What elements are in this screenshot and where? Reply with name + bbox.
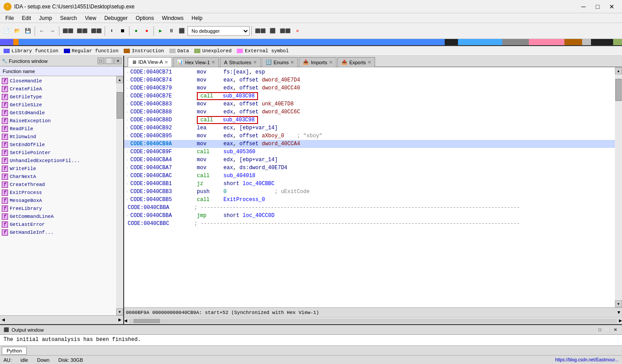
list-item[interactable]: fWriteFile [0,165,116,173]
code-line[interactable]: · CODE:0040CB92 lea ecx, [ebp+var_14] [124,124,615,132]
code-line[interactable]: · CODE:0040CBB3 push 0 ; uExitCode [124,188,615,196]
code-line[interactable]: · CODE:0040CBA7 mov eax, ds:dword_40E7D4 [124,164,615,172]
code-line[interactable]: · CODE:0040CB95 mov edx, offset aXboy_0 … [124,132,615,140]
menu-jump[interactable]: Jump [35,14,55,22]
output-restore[interactable]: □ [597,327,602,333]
list-item[interactable]: fGetLastError [0,221,116,228]
hscroll-left[interactable]: ◄ [124,318,127,324]
output-tab-python[interactable]: Python [2,347,27,355]
toolbar-new[interactable]: 📄 [2,25,12,37]
code-line[interactable]: · CODE:0040CBBA jmp short loc_40CC0D [124,212,615,220]
ida-scroll-thumb[interactable] [615,79,622,101]
code-line[interactable]: · CODE:0040CB9A mov eax, offset dword_40… [124,140,615,148]
toolbar-btn5[interactable]: ⬛⬛ [90,25,103,37]
toolbar-btn7[interactable]: ⬛⬛ [254,25,267,37]
toolbar-btn8[interactable]: ⬛ [268,25,278,37]
toolbar-fwd[interactable]: → [47,25,57,37]
toolbar-btn3[interactable]: ⬛⬛ [61,25,74,37]
code-line[interactable]: · CODE:0040CB71 mov fs:[eax], esp [124,68,615,76]
functions-scroll-right[interactable]: ► [118,317,121,323]
list-item[interactable]: fReadFile [0,125,116,133]
functions-scroll-track[interactable] [116,83,123,308]
code-line[interactable]: · CODE:0040CB7E call sub_403C98 [124,92,615,100]
toolbar-pause[interactable]: ⏸ [166,25,176,37]
functions-scroll-thumb[interactable] [117,92,123,119]
code-line[interactable]: · CODE:0040CB74 mov eax, offset dword_40… [124,76,615,84]
code-line[interactable]: · CODE:0040CB88 mov edx, offset dword_40… [124,108,615,116]
functions-scroll-down[interactable]: ▼ [116,308,123,315]
hscroll-track[interactable] [129,319,617,323]
code-line[interactable]: · CODE:0040CBB5 call ExitProcess_0 [124,196,615,204]
functions-scroll-up[interactable]: ▲ [116,76,123,83]
tab-ida-close[interactable]: ✕ [164,60,168,65]
menu-search[interactable]: Search [56,14,80,22]
code-line[interactable]: · CODE:0040CB83 mov eax, offset unk_40E7… [124,100,615,108]
list-item[interactable]: fGetHandleInf... [0,228,116,236]
list-item[interactable]: fGetFileSize [0,101,116,109]
code-line[interactable]: · CODE:0040CBAC call sub_404018 [124,172,615,180]
ida-scroll-track[interactable] [615,74,622,300]
list-item[interactable]: fCharNextA [0,173,116,181]
hscroll-thumb[interactable] [133,319,160,323]
list-item[interactable]: fSetEndOfFile [0,141,116,149]
list-item[interactable]: fCreateThread [0,181,116,189]
ida-status-arrow[interactable]: ▼ [617,310,620,315]
menu-file[interactable]: File [2,14,17,22]
functions-vscroll[interactable]: ▲ ▼ [116,76,123,315]
menu-debugger[interactable]: Debugger [101,14,131,22]
functions-scroll-left[interactable]: ◄ [2,317,5,323]
tab-structures[interactable]: A Structures ✕ [220,57,260,67]
list-item[interactable]: fRaiseException [0,117,116,125]
list-item[interactable]: fCreateFileA [0,85,116,93]
output-maximize[interactable]: ⬜ [603,327,611,333]
tab-ida-view[interactable]: 🖥 IDA View-A ✕ [128,57,172,67]
ida-scroll-up[interactable]: ▲ [615,67,622,74]
list-item[interactable]: fFreeLibrary [0,205,116,213]
functions-maximize[interactable]: ⬜ [105,58,113,64]
hscroll-right[interactable]: ► [619,318,622,324]
menu-options[interactable]: Options [132,14,157,22]
toolbar-save[interactable]: 💾 [23,25,33,37]
list-item[interactable]: fSetFilePointer [0,149,116,157]
list-item[interactable]: fGetCommandLineA [0,213,116,221]
close-button[interactable]: ✕ [605,2,618,11]
tab-enums[interactable]: 🔢 Enums ✕ [262,57,298,67]
list-item[interactable]: fMessageBoxA [0,197,116,205]
output-close[interactable]: ✕ [612,327,618,333]
functions-restore[interactable]: □ [98,58,104,64]
toolbar-btn4[interactable]: ⬛⬛ [75,25,89,37]
list-item[interactable]: fExitProcess [0,189,116,197]
tab-exports[interactable]: 📤 Exports ✕ [337,57,375,67]
toolbar-open[interactable]: 📂 [12,25,22,37]
toolbar-stop[interactable]: ⬛ [177,25,187,37]
code-line[interactable]: CODE:0040CBBC ; ------------------------… [124,220,615,228]
menu-view[interactable]: View [81,14,100,22]
code-line[interactable]: · CODE:0040CB8D call sub_403C98 [124,116,615,124]
tab-hex-close[interactable]: ✕ [211,60,215,65]
toolbar-down[interactable]: ⬇ [107,25,117,37]
toolbar-back[interactable]: ← [37,25,47,37]
list-item[interactable]: fRtlUnwind [0,133,116,141]
code-line[interactable]: CODE:0040CBBA ; ------------------------… [124,204,615,212]
tab-struct-close[interactable]: ✕ [253,60,257,65]
tab-enums-close[interactable]: ✕ [290,60,294,65]
debugger-select[interactable]: No debugger [188,26,250,36]
menu-help[interactable]: Help [188,14,206,22]
toolbar-btn10[interactable]: ✕ [293,25,302,37]
ida-vscroll[interactable]: ▲ ▼ [615,67,622,307]
toolbar-btn6[interactable]: ⏹ [117,25,127,37]
code-line[interactable]: · CODE:0040CB79 mov edx, offset dword_40… [124,84,615,92]
menu-edit[interactable]: Edit [18,14,35,22]
list-item[interactable]: fUnhandledExceptionFil... [0,157,116,165]
toolbar-btn9[interactable]: ⬛⬛ [278,25,292,37]
code-line[interactable]: · CODE:0040CBB1 jz short loc_40CBBC [124,180,615,188]
tab-imports[interactable]: 📥 Imports ✕ [299,57,336,67]
tab-imports-close[interactable]: ✕ [329,60,333,65]
toolbar-run[interactable]: ▶ [156,25,165,37]
code-line[interactable]: · CODE:0040CB9F call sub_405360 [124,148,615,156]
tab-hex-view[interactable]: 📊 Hex View-1 ✕ [173,57,219,67]
maximize-button[interactable]: □ [591,2,604,11]
code-line[interactable]: · CODE:0040CBA4 mov edx, [ebp+var_14] [124,156,615,164]
toolbar-green[interactable]: ● [131,25,141,37]
list-item[interactable]: fGetStdHandle [0,109,116,117]
